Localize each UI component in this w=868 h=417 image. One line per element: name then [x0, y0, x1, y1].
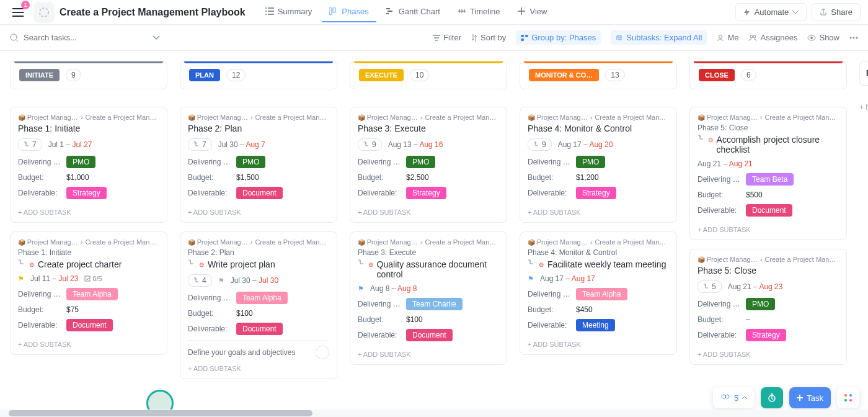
task-card[interactable]: Project Manag…›Create a Project Man…Phas…: [180, 231, 337, 379]
column-monitor: MONITOR & CO…13Project Manag…›Create a P…: [520, 61, 677, 407]
budget-value: $1,200: [576, 173, 599, 182]
column-header[interactable]: CLOSE6: [689, 61, 847, 89]
task-card[interactable]: Project Manag…›Create a Project Man…Phas…: [350, 107, 507, 223]
task-card[interactable]: Project Manag…›Create a Project Man…Phas…: [520, 231, 677, 355]
new-card-button[interactable]: + N: [859, 103, 868, 112]
subtasks-icon: [24, 141, 30, 148]
group-icon: [521, 35, 528, 41]
svg-point-19: [844, 394, 847, 397]
task-card[interactable]: Project Manag…›Create a Project Man…Phas…: [520, 107, 677, 223]
dots-icon: [849, 37, 858, 39]
card-title: Phase 3: Execute: [358, 123, 499, 133]
task-card[interactable]: Project Manag…›Create a Project Man…Phas…: [10, 107, 167, 223]
empty-column-header[interactable]: Em: [859, 61, 868, 86]
card-title: Phase 4: Monitor & Control: [528, 123, 669, 133]
task-card[interactable]: Project Manag…›Create a Project Man…Phas…: [689, 107, 847, 240]
subtask-icon: [358, 259, 365, 266]
parent-task: Phase 3: Execute: [358, 248, 499, 257]
new-task-button[interactable]: Task: [789, 387, 831, 408]
more-button[interactable]: [849, 37, 858, 39]
flag-icon: ⚑: [18, 275, 24, 283]
share-button[interactable]: Share: [812, 3, 861, 21]
task-card[interactable]: Project Manag…›Create a Project Man…Phas…: [689, 249, 847, 365]
card-meta: Aug 21 – Aug 21: [698, 159, 839, 168]
tab-phases[interactable]: Phases: [322, 2, 376, 22]
add-subtask-button[interactable]: + ADD SUBTASK: [18, 336, 159, 348]
budget-value: $100: [236, 309, 253, 318]
tab-timeline[interactable]: Timeline: [450, 2, 508, 22]
subtasks-icon: [703, 284, 709, 290]
apps-button[interactable]: [837, 387, 859, 408]
task-card[interactable]: Project Manag…›Create a Project Man…Phas…: [10, 231, 167, 355]
card-meta: ⚑Jul 11 – Jul 230/5: [18, 274, 159, 283]
subtask-count: 4: [188, 274, 212, 287]
add-subtask-button[interactable]: + ADD SUBTASK: [698, 346, 839, 358]
add-subtask-button[interactable]: + ADD SUBTASK: [188, 361, 329, 372]
column-pill: CLOSE: [699, 69, 735, 81]
filter-icon: [433, 35, 440, 41]
show-button[interactable]: Show: [807, 33, 839, 42]
sort-button[interactable]: Sort by: [471, 33, 506, 42]
deliverable-tag: Strategy: [746, 329, 786, 341]
column-header[interactable]: EXECUTE10: [350, 61, 507, 89]
column-header[interactable]: MONITOR & CO…13: [520, 61, 677, 89]
team-tag: PMO: [746, 298, 775, 310]
project-icon[interactable]: [33, 2, 55, 23]
add-subtask-button[interactable]: + ADD SUBTASK: [528, 204, 669, 216]
horizontal-scrollbar[interactable]: [0, 410, 868, 417]
add-subtask-button[interactable]: + ADD SUBTASK: [528, 336, 669, 348]
users-icon: [720, 393, 730, 402]
gantt-icon: [386, 7, 395, 16]
menu-button[interactable]: 1: [7, 2, 29, 23]
column-cards: Project Manag…›Create a Project Man…Phas…: [10, 107, 167, 355]
column-cards: Project Manag…›Create a Project Man…Phas…: [520, 107, 677, 355]
field-budget: Budget:$100: [358, 315, 499, 324]
presence-button[interactable]: 5: [713, 387, 755, 408]
assignee-placeholder[interactable]: [316, 346, 329, 359]
group-button[interactable]: Group by: Phases: [516, 30, 601, 45]
task-card[interactable]: Project Manag…›Create a Project Man…Phas…: [350, 231, 507, 365]
scrollbar-thumb[interactable]: [9, 410, 312, 416]
search-input[interactable]: [24, 33, 110, 42]
column-pill: INITIATE: [19, 69, 60, 81]
tab-gantt-chart[interactable]: Gantt Chart: [379, 2, 448, 22]
chevron-down-icon[interactable]: [153, 35, 160, 40]
add-subtask-button[interactable]: + ADD SUBTASK: [188, 204, 329, 216]
task-card[interactable]: Project Manag…›Create a Project Man…Phas…: [180, 107, 337, 223]
add-subtask-button[interactable]: + ADD SUBTASK: [18, 204, 159, 216]
field-deliverable: Deliverable:Document: [358, 329, 499, 341]
end-date: Aug 16: [419, 140, 443, 149]
column-cards: Project Manag…›Create a Project Man…Phas…: [350, 107, 507, 365]
filter-button[interactable]: Filter: [433, 33, 461, 42]
start-date: Jul 1: [48, 140, 64, 149]
assignees-button[interactable]: Assignees: [748, 33, 797, 42]
parent-task: Phase 2: Plan: [188, 248, 329, 257]
add-subtask-button[interactable]: + ADD SUBTASK: [358, 204, 499, 216]
breadcrumb: Project Manag…›Create a Project Man…: [528, 238, 669, 246]
card-title: ⊖Write project plan: [188, 259, 329, 269]
floating-actions: 5 Task: [713, 387, 859, 408]
me-button[interactable]: Me: [717, 33, 738, 42]
subtask-count: 7: [18, 138, 42, 151]
budget-value: $1,500: [236, 173, 259, 182]
subtask-count: 9: [528, 138, 552, 151]
add-subtask-button[interactable]: + ADD SUBTASK: [698, 222, 839, 233]
start-date: Aug 21: [698, 159, 721, 168]
subtasks-icon: [533, 141, 539, 148]
automate-button[interactable]: Automate: [735, 3, 807, 21]
plus-icon: [518, 7, 526, 16]
field-budget: Budget:–: [698, 315, 839, 324]
user-icon: [717, 34, 724, 42]
tab-view[interactable]: View: [510, 2, 555, 22]
flag-icon: ⚑: [358, 285, 364, 293]
end-date: Aug 20: [589, 140, 613, 149]
subtasks-button[interactable]: Subtasks: Expand All: [611, 30, 707, 45]
column-header[interactable]: PLAN12: [180, 61, 337, 89]
tab-summary[interactable]: Summary: [258, 2, 320, 22]
svg-point-3: [11, 34, 17, 40]
add-subtask-button[interactable]: + ADD SUBTASK: [358, 346, 499, 358]
card-title: ⊖Accomplish project closure checklist: [698, 135, 839, 155]
record-button[interactable]: [761, 387, 783, 408]
column-header[interactable]: INITIATE9: [10, 61, 167, 89]
card-title: ⊖Quality assurance document control: [358, 259, 499, 279]
